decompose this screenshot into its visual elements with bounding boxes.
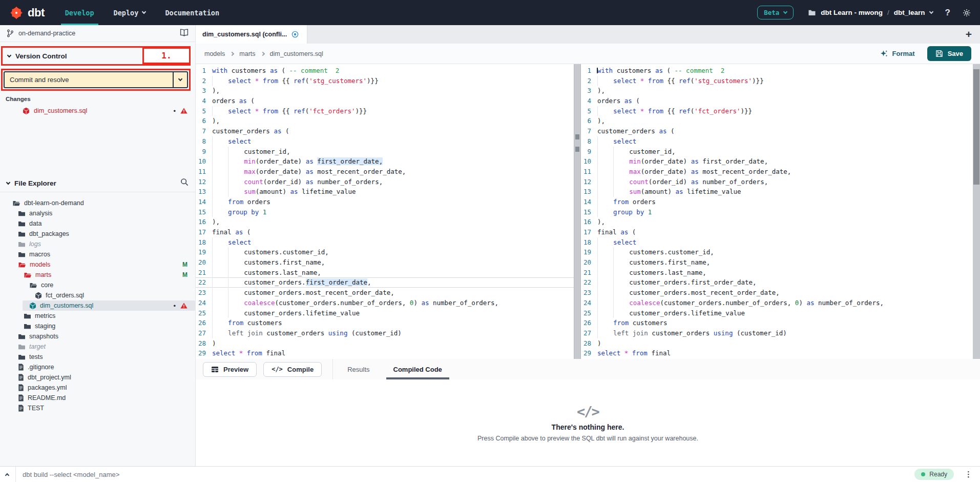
code-line-6[interactable]: 6), <box>196 116 574 126</box>
code-editor-left[interactable]: 1with customers as ( -- comment 22 selec… <box>196 64 574 359</box>
tree-item-metrics[interactable]: metrics <box>0 311 195 321</box>
code-line-25[interactable]: 25 customer_orders.lifetime_value <box>196 308 574 318</box>
tree-item-target[interactable]: target <box>0 342 195 352</box>
code-line-24[interactable]: 24 coalesce(customer_orders.number_of_or… <box>196 298 574 308</box>
preview-button[interactable]: Preview <box>203 362 257 377</box>
code-line-18[interactable]: 18 select <box>196 237 574 248</box>
nav-tab-documentation[interactable]: Documentation <box>165 0 219 25</box>
code-line-27[interactable]: 27 left join customer_orders using (cust… <box>581 328 973 338</box>
tree-item-data[interactable]: data <box>0 218 195 229</box>
code-line-3[interactable]: 3), <box>196 86 574 96</box>
code-line-14[interactable]: 14 from orders <box>581 197 973 207</box>
code-line-26[interactable]: 26 from customers <box>196 318 574 328</box>
code-line-19[interactable]: 19 customers.customer_id, <box>196 247 574 257</box>
code-line-20[interactable]: 20 customers.first_name, <box>581 257 973 268</box>
code-line-29[interactable]: 29select * from final <box>196 348 574 358</box>
expand-panel-button chevron-up-icon[interactable] <box>5 473 9 477</box>
account-switcher[interactable]: dbt Learn - mwong / dbt_learn <box>808 9 932 16</box>
tree-item-logs[interactable]: logs <box>0 239 195 249</box>
code-line-13[interactable]: 13 sum(amount) as lifetime_value <box>196 187 574 197</box>
command-input[interactable]: dbt build --select <model_name> <box>23 471 119 478</box>
code-line-23[interactable]: 23 customer_orders.most_recent_order_dat… <box>196 288 574 298</box>
tree-item-dbt-learn-on-demand[interactable]: dbt-learn-on-demand <box>0 198 195 208</box>
code-line-7[interactable]: 7customer_orders as ( <box>196 126 574 136</box>
code-line-21[interactable]: 21 customers.last_name, <box>196 268 574 278</box>
code-line-22[interactable]: 22 customer_orders.first_order_date, <box>196 277 574 288</box>
code-line-6[interactable]: 6), <box>581 116 973 126</box>
tree-item-packages.yml[interactable]: packages.yml <box>0 383 195 393</box>
code-line-11[interactable]: 11 max(order_date) as most_recent_order_… <box>196 167 574 177</box>
code-line-26[interactable]: 26 from customers <box>581 318 973 328</box>
breadcrumb-marts[interactable]: marts <box>239 50 255 57</box>
tree-item-.gitignore[interactable]: .gitignore <box>0 362 195 372</box>
tree-item-TEST[interactable]: TEST <box>0 403 195 413</box>
code-line-28[interactable]: 28) <box>581 338 973 349</box>
scrollbar-thumb[interactable] <box>973 69 979 185</box>
code-line-23[interactable]: 23 customer_orders.most_recent_order_dat… <box>581 288 973 298</box>
tree-item-models[interactable]: modelsM <box>0 259 195 270</box>
code-line-2[interactable]: 2 select * from {{ ref('stg_customers')}… <box>196 76 574 86</box>
file-explorer-header[interactable]: File Explorer <box>0 174 195 192</box>
code-line-11[interactable]: 11 max(order_date) as most_recent_order_… <box>581 167 973 177</box>
code-line-12[interactable]: 12 count(order_id) as number_of_orders, <box>581 177 973 187</box>
dbt-logo[interactable]: dbt <box>9 6 45 20</box>
compile-button[interactable]: </> Compile <box>263 362 322 377</box>
code-line-16[interactable]: 16), <box>196 217 574 227</box>
code-line-17[interactable]: 17final as ( <box>581 227 973 237</box>
editor-tab-dim-customers[interactable]: dim_customers.sql (confli... <box>196 25 307 44</box>
breadcrumb-file[interactable]: dim_customers.sql <box>270 50 323 57</box>
changed-file-dim_customers.sql[interactable]: dim_customers.sql• <box>0 105 195 116</box>
code-line-1[interactable]: 1with customers as ( -- comment 2 <box>581 66 973 76</box>
code-line-22[interactable]: 22 customer_orders.first_order_date, <box>581 277 973 288</box>
tree-item-dim_customers.sql[interactable]: dim_customers.sql• <box>23 300 195 311</box>
code-line-9[interactable]: 9 customer_id, <box>581 147 973 157</box>
tree-item-analysis[interactable]: analysis <box>0 208 195 218</box>
code-line-4[interactable]: 4orders as ( <box>581 96 973 106</box>
code-line-25[interactable]: 25 customer_orders.lifetime_value <box>581 308 973 318</box>
code-line-7[interactable]: 7customer_orders as ( <box>581 126 973 136</box>
code-line-10[interactable]: 10 min(order_date) as first_order_date, <box>581 156 973 167</box>
code-line-16[interactable]: 16), <box>581 217 973 227</box>
code-line-8[interactable]: 8 select <box>581 136 973 147</box>
code-line-14[interactable]: 14 from orders <box>196 197 574 207</box>
tab-compiled-code[interactable]: Compiled Code <box>393 359 442 379</box>
tree-item-fct_orders.sql[interactable]: fct_orders.sql <box>0 290 195 300</box>
code-line-21[interactable]: 21 customers.last_name, <box>581 268 973 278</box>
code-line-9[interactable]: 9 customer_id, <box>196 147 574 157</box>
tree-item-snapshots[interactable]: snapshots <box>0 331 195 342</box>
code-line-18[interactable]: 18 select <box>581 237 973 248</box>
code-line-29[interactable]: 29select * from final <box>581 348 973 358</box>
save-button[interactable]: Save <box>927 46 971 61</box>
command-bar-menu kebab-icon[interactable]: ⋮ <box>965 470 972 479</box>
branch-row[interactable]: on-demand-practice <box>0 25 195 42</box>
code-editor-right[interactable]: 1with customers as ( -- comment 22 selec… <box>581 64 973 359</box>
code-line-2[interactable]: 2 select * from {{ ref('stg_customers')}… <box>581 76 973 86</box>
code-line-28[interactable]: 28) <box>196 338 574 349</box>
tree-item-staging[interactable]: staging <box>0 321 195 331</box>
tree-item-README.md[interactable]: README.md <box>0 393 195 403</box>
tree-item-marts[interactable]: martsM <box>0 270 195 280</box>
nav-tab-deploy[interactable]: Deploy <box>114 0 146 25</box>
tab-results[interactable]: Results <box>347 359 369 379</box>
code-line-1[interactable]: 1with customers as ( -- comment 2 <box>196 66 574 76</box>
commit-options-dropdown[interactable] <box>173 72 187 87</box>
editor-scrollbar-right[interactable] <box>973 64 980 359</box>
code-line-4[interactable]: 4orders as ( <box>196 96 574 106</box>
editor-scrollbar[interactable] <box>574 64 581 359</box>
help-button[interactable]: ? <box>945 8 950 18</box>
nav-tab-develop[interactable]: Develop <box>65 0 94 25</box>
tree-item-macros[interactable]: macros <box>0 249 195 259</box>
code-line-8[interactable]: 8 select <box>196 136 574 147</box>
code-line-13[interactable]: 13 sum(amount) as lifetime_value <box>581 187 973 197</box>
format-button[interactable]: Format <box>880 50 915 58</box>
breadcrumb-models[interactable]: models <box>204 50 225 57</box>
code-line-19[interactable]: 19 customers.customer_id, <box>581 247 973 257</box>
beta-dropdown[interactable]: Beta <box>757 6 794 19</box>
code-line-3[interactable]: 3), <box>581 86 973 96</box>
docs-button[interactable] <box>180 29 189 38</box>
code-line-24[interactable]: 24 coalesce(customer_orders.number_of_or… <box>581 298 973 308</box>
code-line-12[interactable]: 12 count(order_id) as number_of_orders, <box>196 177 574 187</box>
new-tab-button[interactable]: + <box>966 28 972 41</box>
tree-item-core[interactable]: core <box>0 280 195 290</box>
file-search-button[interactable] <box>180 178 189 188</box>
